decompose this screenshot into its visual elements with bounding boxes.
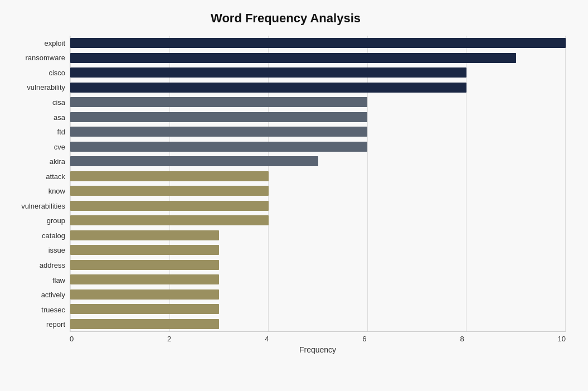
bar-cve [70,142,367,152]
bar-row-ftd [70,125,566,138]
bar-row-cve [70,141,566,153]
bar-vulnerability [70,83,466,93]
y-label-actively: actively [6,291,65,298]
y-label-issue: issue [6,247,65,254]
bar-row-catalog [70,229,566,242]
y-label-attack: attack [6,173,65,180]
bar-actively [70,289,219,300]
bar-row-cisa [70,96,566,108]
y-label-address: address [6,262,65,269]
bar-row-asa [70,111,566,123]
bar-row-group [70,214,566,226]
bar-catalog [70,230,219,240]
y-label-vulnerability: vulnerability [6,84,65,91]
bar-row-vulnerabilities [70,200,566,212]
y-label-cisco: cisco [6,69,65,76]
bar-group [70,215,269,225]
x-axis-label: Frequency [6,345,566,354]
y-label-cve: cve [6,143,65,151]
bar-ftd [70,127,367,137]
grid-line-8 [466,36,466,331]
y-axis-labels: exploitransomwareciscovulnerabilitycisaa… [6,36,70,332]
bar-ransomware [70,53,516,63]
x-tick-6: 6 [362,335,366,343]
bar-row-exploit [70,37,566,49]
bar-row-issue [70,244,566,256]
bar-row-ransomware [70,52,566,64]
bar-exploit [70,38,566,48]
grid-line-4 [268,36,269,331]
bar-row-vulnerability [70,81,566,94]
x-tick-0: 0 [70,335,74,343]
y-label-ftd: ftd [6,128,65,136]
grid-lines [70,36,566,331]
bar-know [70,186,269,196]
grid-line-10 [565,36,566,331]
bar-cisa [70,97,367,107]
bar-row-cisco [70,66,566,79]
bar-row-flaw [70,273,566,286]
bar-address [70,260,219,270]
y-label-cisa: cisa [6,99,65,106]
x-tick-2: 2 [167,335,171,343]
grid-line-6 [367,36,368,331]
bar-issue [70,245,219,255]
bar-report [70,319,219,329]
y-label-ransomware: ransomware [6,54,65,61]
x-tick-8: 8 [460,335,464,343]
bar-row-akira [70,155,566,167]
bar-row-report [70,318,566,330]
bar-vulnerabilities [70,201,269,211]
y-label-catalog: catalog [6,232,65,239]
bar-row-actively [70,288,566,301]
y-label-report: report [6,321,65,328]
bar-row-know [70,185,566,197]
chart-title: Word Frequency Analysis [6,11,566,26]
y-label-know: know [6,187,65,195]
bar-row-attack [70,170,566,182]
grid-line-2 [169,36,170,331]
y-label-truesec: truesec [6,306,65,313]
bar-flaw [70,274,219,284]
bars-area [70,36,566,332]
y-label-akira: akira [6,158,65,165]
y-label-exploit: exploit [6,40,65,47]
bar-truesec [70,304,219,314]
bar-row-truesec [70,303,566,315]
chart-container: Word Frequency Analysis exploitransomwar… [0,0,588,391]
y-label-group: group [6,217,65,224]
x-tick-4: 4 [265,335,269,343]
bar-attack [70,171,269,181]
x-tick-10: 10 [557,335,565,343]
y-label-flaw: flaw [6,277,65,284]
grid-line-0 [70,36,71,331]
bar-akira [70,156,318,166]
bar-cisco [70,67,466,78]
y-label-vulnerabilities: vulnerabilities [6,202,65,210]
bar-row-address [70,259,566,271]
bar-asa [70,112,367,122]
y-label-asa: asa [6,114,65,121]
